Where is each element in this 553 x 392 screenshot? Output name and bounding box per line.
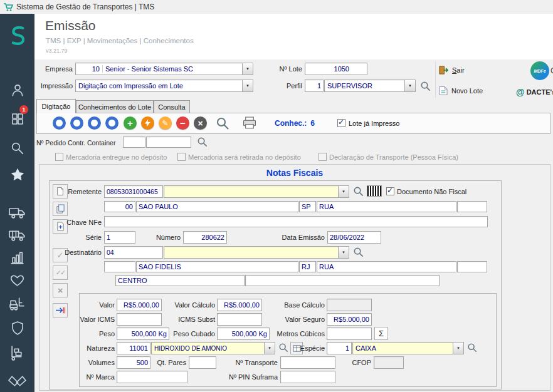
sidebar-item-statistics[interactable] [0, 247, 34, 268]
pedido-search-icon[interactable] [197, 137, 208, 147]
destinatario-search-icon[interactable] [353, 247, 364, 257]
print-button[interactable] [242, 116, 257, 130]
nf-confirm-all-button[interactable]: ✓✓ [53, 266, 68, 280]
sidebar-item-shield[interactable] [0, 317, 34, 339]
add-button[interactable]: + [124, 116, 137, 130]
nav-last-button[interactable] [105, 116, 118, 130]
natureza-search-icon[interactable] [278, 343, 288, 353]
peso-cubado-field[interactable]: 500,000 Kg [217, 328, 270, 340]
documento-nao-fiscal-checkbox[interactable] [386, 187, 394, 195]
sidebar-item-cargo[interactable] [0, 341, 34, 364]
sidebar-item-truck-outbound[interactable] [0, 202, 34, 223]
chevron-down-icon[interactable]: ▼ [338, 247, 349, 258]
dest-street-field[interactable]: RUA [317, 261, 456, 272]
base-calculo-field[interactable] [327, 299, 372, 311]
tab-consulta[interactable]: Consulta [154, 100, 190, 113]
barcode-icon[interactable] [367, 185, 382, 197]
chave-nfe-field[interactable] [104, 216, 488, 227]
remetente-doc-field[interactable]: 08053031000465 [104, 185, 163, 198]
bairro-field[interactable]: CENTRO [115, 275, 245, 286]
peso-field[interactable]: 500,000 Kg [117, 328, 169, 340]
perfil-combo[interactable]: SUPERVISOR ▼ [324, 80, 416, 92]
natureza-code-field[interactable]: 11001 [117, 342, 150, 354]
valor-calculo-field[interactable]: R$5.000,00 [217, 299, 262, 311]
sair-button[interactable]: Sair [439, 64, 465, 76]
nav-first-button[interactable] [53, 116, 66, 130]
sidebar-item-truck-inbound[interactable] [0, 224, 34, 245]
n-marca-field[interactable] [117, 371, 187, 383]
volumes-field[interactable]: 500 [117, 356, 150, 369]
chevron-down-icon[interactable]: ▼ [338, 186, 349, 197]
nav-next-button[interactable] [88, 116, 101, 130]
sidebar-logo[interactable] [0, 20, 34, 53]
destinatario-doc-field[interactable]: 04 [104, 246, 163, 259]
mdfe-logo[interactable]: MDFe [530, 61, 549, 80]
sidebar-item-favorites[interactable] [0, 163, 34, 187]
mercadoria-retirada-checkbox[interactable] [177, 153, 186, 161]
sum-button[interactable]: Σ [374, 327, 388, 340]
sidebar-item-favorites-health[interactable] [0, 269, 34, 291]
mercadoria-entregue-checkbox[interactable] [55, 153, 63, 161]
rem-addr-code-field[interactable]: 00 [104, 201, 135, 212]
valor-field[interactable]: R$5.000,00 [117, 299, 162, 311]
cancel-button[interactable]: × [194, 116, 207, 130]
complemento-field[interactable] [245, 275, 440, 286]
sidebar-item-search[interactable] [0, 137, 34, 159]
chevron-down-icon[interactable]: ▼ [242, 80, 253, 91]
rem-street-field[interactable]: RUA [317, 201, 456, 212]
n-pin-suframa-field[interactable] [280, 371, 335, 383]
empresa-combo[interactable]: 10 Senior - Senior Sistemas SC ▼ [75, 63, 253, 75]
numero-field[interactable]: 280622 [183, 231, 227, 244]
icms-subst-field[interactable] [217, 313, 262, 326]
pedido-field-2[interactable] [146, 137, 191, 148]
search-records-icon[interactable] [216, 116, 229, 130]
remetente-combo[interactable]: ▼ [164, 185, 349, 198]
sidebar-item-modules[interactable]: 1 [0, 108, 34, 130]
natureza-combo[interactable]: HIDRÓXIDO DE AMÔNIO ▼ [151, 342, 275, 354]
edit-button[interactable]: ✎ [159, 116, 172, 130]
perfil-code-field[interactable]: 1 [305, 80, 324, 92]
especie-combo[interactable]: CAIXA ▼ [352, 342, 464, 354]
perfil-search-icon[interactable] [420, 81, 431, 91]
serie-field[interactable]: 1 [104, 231, 135, 244]
chevron-down-icon[interactable]: ▼ [404, 80, 415, 91]
destinatario-combo[interactable]: ▼ [164, 246, 349, 259]
dest-city-field[interactable]: SAO FIDELIS [136, 261, 298, 272]
chevron-down-icon[interactable]: ▼ [242, 63, 253, 75]
dest-addr-code-field[interactable] [104, 261, 135, 272]
nf-cancel-button[interactable]: × [53, 283, 68, 297]
delete-button[interactable]: − [176, 116, 189, 130]
n-transporte-field[interactable] [280, 356, 335, 369]
chevron-down-icon[interactable]: ▼ [453, 343, 463, 354]
declaracao-transporte-checkbox[interactable] [319, 153, 327, 161]
especie-search-icon[interactable] [467, 343, 477, 353]
remetente-search-icon[interactable] [353, 186, 364, 197]
data-emissao-field[interactable]: 28/06/2022 [327, 231, 381, 244]
process-button[interactable] [141, 116, 154, 130]
nf-transfer-button[interactable] [53, 303, 68, 317]
rem-uf-field[interactable]: SP [299, 201, 316, 212]
pedido-field-1[interactable] [123, 137, 145, 148]
valor-icms-field[interactable] [117, 313, 162, 326]
sidebar-item-partners[interactable] [0, 368, 34, 392]
rem-city-field[interactable]: SAO PAULO [136, 201, 298, 212]
lote-field[interactable]: 1050 [305, 63, 367, 75]
sidebar-item-forklift[interactable] [0, 292, 34, 314]
rem-number-field[interactable] [457, 201, 487, 212]
nav-prior-button[interactable] [70, 116, 83, 130]
impressao-combo[interactable]: Digitação com Impressão em Lote ▼ [75, 80, 253, 92]
valor-seguro-field[interactable]: R$5.000,00 [327, 313, 372, 326]
qt-pares-field[interactable] [189, 356, 216, 369]
tab-conhecimentos-do-lote[interactable]: Conhecimentos do Lote [76, 100, 154, 113]
nf-copy-button[interactable] [53, 202, 68, 216]
novo-lote-button[interactable]: Novo Lote [439, 85, 483, 96]
metros-cubicos-field[interactable] [327, 328, 372, 340]
cfop-field[interactable] [374, 356, 404, 369]
chevron-down-icon[interactable]: ▼ [264, 343, 275, 354]
dest-number-field[interactable] [457, 261, 487, 272]
dacte-button[interactable]: @ DACTE's [516, 87, 553, 97]
especie-code-field[interactable]: 1 [327, 342, 352, 354]
tab-digitacao[interactable]: Digitação [36, 99, 76, 113]
lote-impresso-checkbox[interactable] [337, 119, 345, 127]
dest-uf-field[interactable]: RJ [299, 261, 316, 272]
